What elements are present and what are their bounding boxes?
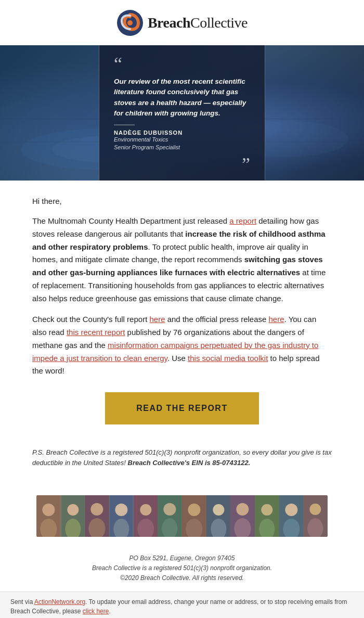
svg-point-38 (285, 504, 297, 516)
logo-text: BreachCollective (148, 15, 248, 31)
svg-point-26 (188, 504, 200, 516)
p2-mid4: . Use (167, 354, 188, 363)
logo-container: BreachCollective (116, 9, 248, 36)
svg-point-23 (164, 503, 176, 516)
team-member-9 (230, 495, 255, 537)
open-quote-icon: “ (114, 55, 250, 73)
report-link-1[interactable]: a report (229, 216, 256, 225)
ps-section: P.S. Breach Collective is a registered 5… (0, 447, 364, 479)
p1-text-before-link: The Multnomah County Health Department j… (32, 216, 229, 225)
quote-text: Our review of the most recent scientific… (114, 76, 250, 119)
click-here-link[interactable]: click here (83, 608, 109, 615)
svg-point-11 (67, 504, 79, 516)
team-member-8 (206, 495, 231, 537)
email-header: BreachCollective (0, 0, 364, 45)
press-release-link[interactable]: here (269, 315, 284, 324)
team-member-6 (158, 495, 182, 537)
team-member-3 (85, 495, 109, 537)
quote-divider (114, 125, 135, 125)
footer-address-line2: Breach Collective is a registered 501(c)… (21, 563, 343, 573)
paragraph-2: Check out the County's full report here … (32, 313, 332, 378)
svg-point-20 (140, 504, 151, 516)
team-member-12 (303, 495, 328, 537)
quote-box: “ Our review of the most recent scientif… (99, 45, 265, 181)
p2-start: Check out the County's full report (32, 315, 149, 324)
quote-author-title: Environmental Toxics Senior Program Spec… (114, 136, 250, 152)
quote-author-name: NADÈGE DUBUISSON (114, 130, 250, 136)
team-member-5 (134, 495, 158, 537)
cta-container: READ THE REPORT (32, 392, 332, 424)
hero-section: “ Our review of the most recent scientif… (0, 45, 364, 181)
close-quote-icon: ” (114, 154, 250, 173)
team-photo-strip (36, 495, 328, 537)
team-member-7 (182, 495, 206, 537)
team-member-2 (61, 495, 85, 537)
svg-point-17 (115, 504, 127, 516)
ps-bold-text: Breach Collective's EIN is 85-0743122. (128, 459, 251, 467)
email-wrapper: BreachCollective “ Our review of the mos… (0, 0, 364, 618)
svg-point-8 (42, 504, 55, 516)
bottom-bar-text-before-link1: Sent via (10, 598, 34, 606)
footer-address-line3: ©2020 Breach Collective. All rights rese… (21, 573, 343, 583)
footer-address: PO Box 5291, Eugene, Oregon 97405 Breach… (0, 541, 364, 592)
social-media-toolkit-link[interactable]: this social media toolkit (188, 354, 268, 363)
svg-point-29 (213, 504, 224, 516)
team-member-1 (36, 495, 61, 537)
team-member-4 (109, 495, 134, 537)
p2-mid1: and the official press release (165, 315, 269, 324)
greeting-text: Hi there, (32, 195, 332, 208)
team-photo-container (0, 479, 364, 541)
action-network-link[interactable]: ActionNetwork.org (34, 598, 85, 606)
body-content: Hi there, The Multnomah County Health De… (0, 181, 364, 447)
bottom-bar-text-end: . (109, 608, 110, 615)
read-report-button[interactable]: READ THE REPORT (105, 392, 258, 424)
county-report-link[interactable]: here (149, 315, 165, 324)
svg-point-14 (91, 503, 103, 516)
breach-collective-logo-icon (116, 9, 144, 36)
recent-report-link[interactable]: this recent report (67, 328, 125, 337)
footer-address-line1: PO Box 5291, Eugene, Oregon 97405 (21, 553, 343, 563)
bottom-bar: Sent via ActionNetwork.org. To update yo… (0, 591, 364, 618)
svg-point-1 (127, 20, 133, 25)
team-member-11 (279, 495, 304, 537)
svg-point-41 (310, 504, 321, 515)
ps-text: P.S. Breach Collective is a registered 5… (32, 447, 332, 468)
paragraph-1: The Multnomah County Health Department j… (32, 215, 332, 305)
svg-point-32 (237, 503, 249, 516)
svg-point-35 (261, 504, 272, 516)
team-member-10 (255, 495, 279, 537)
